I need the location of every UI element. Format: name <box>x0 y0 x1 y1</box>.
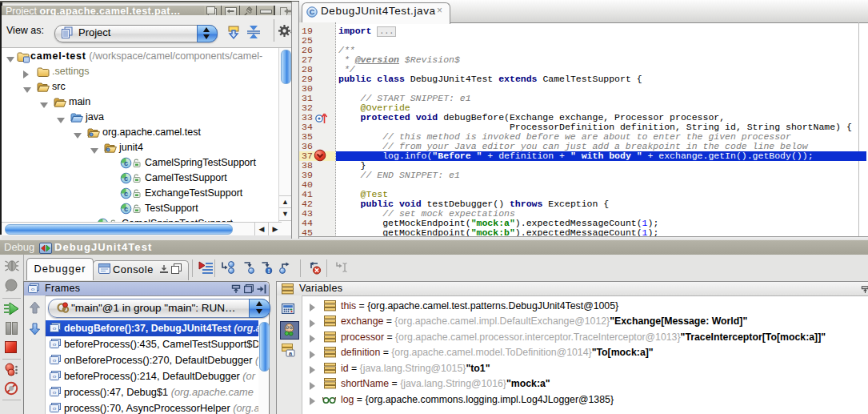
svg-text:‹›: ‹› <box>53 358 57 364</box>
svg-text:c: c <box>124 175 128 183</box>
svg-text:‹›: ‹› <box>53 406 57 412</box>
svg-text:C: C <box>310 8 315 16</box>
svg-text:c: c <box>124 205 128 213</box>
svg-text:‹›: ‹› <box>53 390 57 396</box>
svg-text:c: c <box>124 190 128 198</box>
svg-text:c: c <box>124 159 128 167</box>
svg-text:‹›: ‹› <box>53 374 57 380</box>
svg-text:‹›: ‹› <box>53 342 57 348</box>
svg-text:!: ! <box>268 267 270 274</box>
svg-text:‹›: ‹› <box>53 326 57 332</box>
svg-text:‹›: ‹› <box>31 287 35 292</box>
